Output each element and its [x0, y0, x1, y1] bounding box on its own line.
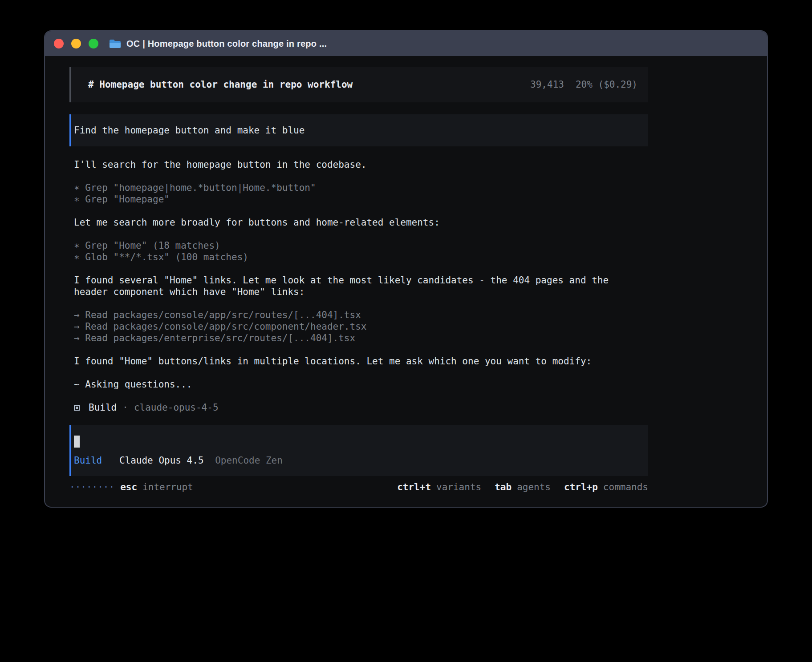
separator-dot: · [122, 402, 128, 413]
traffic-lights [54, 39, 98, 48]
hint-agents: tabagents [495, 481, 551, 493]
session-header: # Homepage button color change in repo w… [69, 67, 648, 102]
assistant-text: I found "Home" buttons/links in multiple… [74, 355, 630, 367]
status-bar: ········ escinterrupt ctrl+tvariants tab… [69, 481, 648, 493]
agent-model: claude-opus-4-5 [134, 402, 219, 413]
label-interrupt: interrupt [142, 482, 193, 492]
desktop: OC | Homepage button color change in rep… [0, 0, 812, 662]
user-message-text: Find the homepage button and make it blu… [74, 125, 304, 136]
key-ctrl-t: ctrl+t [397, 482, 431, 492]
window-titlebar[interactable]: OC | Homepage button color change in rep… [45, 31, 767, 56]
tool-call-read: → Read packages/console/app/src/routes/[… [74, 309, 630, 321]
input-meta: Build Claude Opus 4.5 OpenCode Zen [74, 455, 648, 466]
tool-call-grep: ∗ Grep "Home" (18 matches) [74, 240, 630, 251]
tool-call-read: → Read packages/console/app/src/componen… [74, 321, 630, 332]
session-title: # Homepage button color change in repo w… [88, 79, 353, 90]
token-count: 39,413 [530, 79, 564, 90]
label-commands: commands [603, 482, 648, 492]
spinner-dots: ········ [69, 481, 114, 493]
hint-interrupt: escinterrupt [120, 481, 193, 493]
tool-call-grep: ∗ Grep "homepage|home.*button|Home.*butt… [74, 182, 630, 194]
tool-call-read: → Read packages/enterprise/src/routes/[.… [74, 332, 630, 344]
model-label: Claude Opus 4.5 [119, 455, 204, 466]
text-cursor [74, 436, 80, 448]
zoom-button[interactable] [89, 39, 98, 48]
terminal-window: OC | Homepage button color change in rep… [44, 30, 768, 508]
agent-name: Build [89, 402, 117, 413]
provider-label: OpenCode Zen [215, 455, 283, 466]
hint-commands: ctrl+pcommands [564, 481, 648, 493]
assistant-text: I'll search for the homepage button in t… [74, 159, 630, 170]
assistant-status-text: ~ Asking questions... [74, 379, 630, 390]
mode-label: Build [74, 455, 102, 466]
status-bar-left: ········ escinterrupt [69, 481, 193, 493]
key-tab: tab [495, 482, 512, 492]
user-message: Find the homepage button and make it blu… [69, 114, 648, 146]
session-stats: 39,413 20% ($0.29) [530, 79, 637, 90]
key-esc: esc [120, 482, 137, 492]
prompt-input[interactable]: Build Claude Opus 4.5 OpenCode Zen [69, 425, 648, 476]
terminal-content: # Homepage button color change in repo w… [45, 56, 767, 493]
context-cost: 20% ($0.29) [576, 79, 637, 90]
key-ctrl-p: ctrl+p [564, 482, 598, 492]
window-title: OC | Homepage button color change in rep… [126, 39, 327, 49]
agent-square-icon [74, 405, 80, 411]
assistant-text: I found several "Home" links. Let me loo… [74, 274, 630, 298]
hint-variants: ctrl+tvariants [397, 481, 481, 493]
agent-status: Build · claude-opus-4-5 [74, 402, 630, 413]
tool-call-grep: ∗ Grep "Homepage" [74, 194, 630, 205]
transcript: I'll search for the homepage button in t… [69, 159, 630, 413]
folder-icon [109, 39, 121, 48]
assistant-text: Let me search more broadly for buttons a… [74, 217, 630, 228]
label-variants: variants [436, 482, 481, 492]
close-button[interactable] [54, 39, 64, 48]
minimize-button[interactable] [71, 39, 81, 48]
tool-call-glob: ∗ Glob "**/*.tsx" (100 matches) [74, 251, 630, 263]
status-bar-right: ctrl+tvariants tabagents ctrl+pcommands [397, 481, 648, 493]
label-agents: agents [517, 482, 551, 492]
